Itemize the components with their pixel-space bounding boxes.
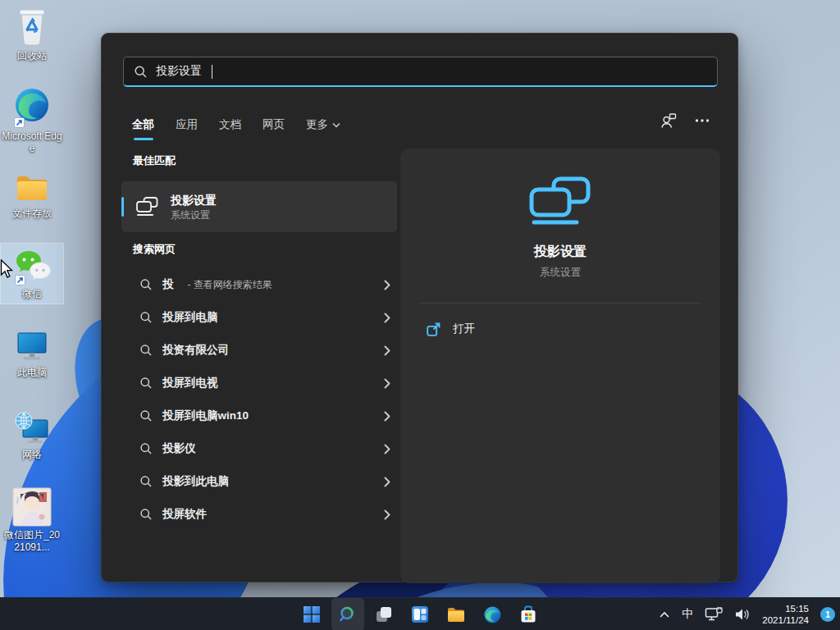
best-match-header: 最佳匹配 bbox=[133, 153, 176, 168]
chevron-right-icon[interactable] bbox=[384, 444, 390, 454]
clock-date: 2021/11/24 bbox=[762, 614, 809, 626]
open-label: 打开 bbox=[453, 322, 475, 336]
image-thumbnail bbox=[12, 487, 52, 527]
best-match-subtitle: 系统设置 bbox=[171, 208, 217, 221]
web-suggestion-row[interactable]: 投屏到电脑win10 bbox=[121, 399, 400, 432]
web-search-header: 搜索网页 bbox=[133, 242, 176, 257]
search-icon bbox=[140, 279, 152, 290]
search-icon bbox=[135, 66, 147, 78]
search-flyout-panel: 投影设置 全部 应用 文档 网页 更多 bbox=[101, 33, 738, 582]
chevron-right-icon[interactable] bbox=[384, 313, 390, 323]
this-pc-icon bbox=[14, 328, 50, 364]
notification-count-badge[interactable]: 1 bbox=[820, 607, 835, 622]
suggestion-text: 投屏到电视 bbox=[162, 376, 218, 390]
preview-title: 投影设置 bbox=[400, 244, 720, 261]
taskbar-search-icon bbox=[339, 605, 357, 623]
task-view-icon bbox=[375, 605, 393, 623]
suggestion-text: 投资有限公司 bbox=[162, 343, 229, 358]
open-external-icon bbox=[427, 322, 441, 336]
web-suggestion-row[interactable]: 投影仪 bbox=[121, 432, 400, 465]
file-explorer-button[interactable] bbox=[440, 598, 472, 630]
widgets-icon bbox=[411, 605, 429, 623]
chevron-right-icon[interactable] bbox=[384, 280, 390, 290]
search-icon bbox=[140, 509, 152, 520]
show-hidden-icons-chevron[interactable] bbox=[659, 610, 670, 619]
suggestion-text: 投 bbox=[162, 277, 174, 292]
clock[interactable]: 15:15 2021/11/24 bbox=[762, 603, 809, 626]
desktop-icon-label: 此电脑 bbox=[2, 367, 62, 379]
desktop-icon-image-file[interactable]: 微信图片_2021091... bbox=[1, 487, 63, 554]
tab-label: 更多 bbox=[306, 117, 328, 132]
search-query-text: 投影设置 bbox=[156, 64, 202, 79]
widgets-button[interactable] bbox=[404, 598, 436, 630]
suggestion-text: 投影仪 bbox=[162, 441, 196, 456]
search-icon bbox=[140, 410, 152, 422]
desktop-icon-recycle-bin[interactable]: 回收站 bbox=[1, 7, 63, 62]
network-icon bbox=[13, 410, 51, 446]
recycle-bin-icon bbox=[14, 7, 50, 48]
search-icon bbox=[140, 443, 152, 454]
desktop-icon-edge[interactable]: Microsoft Edge bbox=[1, 87, 63, 155]
projection-settings-icon bbox=[136, 197, 158, 217]
clock-time: 15:15 bbox=[762, 603, 809, 614]
tab-documents[interactable]: 文档 bbox=[219, 109, 241, 140]
edge-icon bbox=[483, 605, 502, 624]
tab-more[interactable]: 更多 bbox=[306, 109, 340, 140]
best-match-result[interactable]: 投影设置 系统设置 bbox=[121, 181, 397, 232]
tab-web[interactable]: 网页 bbox=[262, 109, 285, 140]
open-action[interactable]: 打开 bbox=[410, 311, 710, 347]
preview-subtitle: 系统设置 bbox=[400, 266, 720, 280]
desktop-background: 回收站 Microsoft Edge bbox=[0, 0, 840, 630]
desktop-icon-this-pc[interactable]: 此电脑 bbox=[1, 328, 63, 379]
more-options-icon[interactable] bbox=[695, 118, 710, 123]
divider bbox=[420, 303, 701, 304]
chevron-right-icon[interactable] bbox=[384, 477, 390, 487]
folder-icon bbox=[14, 169, 50, 205]
tab-label: 全部 bbox=[132, 117, 154, 132]
store-button[interactable] bbox=[512, 598, 545, 630]
network-ethernet-icon[interactable] bbox=[705, 607, 723, 622]
tab-all[interactable]: 全部 bbox=[132, 109, 154, 140]
chevron-right-icon[interactable] bbox=[384, 509, 390, 520]
web-suggestion-row[interactable]: 投- 查看网络搜索结果 bbox=[121, 268, 400, 301]
file-explorer-icon bbox=[446, 605, 466, 623]
search-icon bbox=[140, 476, 152, 487]
start-button[interactable] bbox=[295, 598, 328, 630]
projection-settings-large-icon bbox=[529, 176, 591, 226]
user-feedback-icon[interactable] bbox=[660, 112, 677, 129]
active-tab-indicator bbox=[134, 138, 153, 140]
web-suggestion-row[interactable]: 投屏到电脑 bbox=[121, 301, 400, 334]
suggestion-text: 投屏到电脑win10 bbox=[162, 409, 249, 423]
desktop-icon-label: 微信图片_2021091... bbox=[2, 529, 62, 554]
mouse-cursor bbox=[0, 259, 15, 279]
tab-label: 网页 bbox=[262, 117, 285, 132]
edge-button[interactable] bbox=[476, 598, 509, 630]
desktop-icon-network[interactable]: 网络 bbox=[1, 410, 63, 461]
best-match-title: 投影设置 bbox=[171, 193, 217, 208]
search-input[interactable]: 投影设置 bbox=[123, 57, 718, 87]
task-view-button[interactable] bbox=[368, 598, 400, 630]
web-suggestion-row[interactable]: 投屏软件 bbox=[121, 498, 400, 531]
chevron-right-icon[interactable] bbox=[384, 411, 390, 422]
suggestion-text: 投影到此电脑 bbox=[162, 474, 229, 489]
taskbar-search-button[interactable] bbox=[331, 598, 364, 630]
web-suggestion-row[interactable]: 投屏到电视 bbox=[121, 367, 400, 399]
result-preview-card: 投影设置 系统设置 打开 bbox=[400, 148, 720, 583]
desktop-icon-label: 文件存放 bbox=[2, 208, 62, 220]
suggestion-suffix: - 查看网络搜索结果 bbox=[188, 278, 272, 292]
desktop-icon-folder[interactable]: 文件存放 bbox=[1, 169, 63, 220]
suggestion-text: 投屏软件 bbox=[162, 507, 207, 522]
volume-icon[interactable] bbox=[734, 608, 751, 621]
ime-indicator[interactable]: 中 bbox=[682, 607, 693, 622]
tab-label: 文档 bbox=[219, 117, 241, 132]
shortcut-arrow-icon bbox=[14, 117, 25, 128]
web-suggestion-row[interactable]: 投资有限公司 bbox=[121, 334, 400, 367]
selection-accent-bar bbox=[121, 197, 124, 217]
tab-apps[interactable]: 应用 bbox=[176, 109, 198, 140]
chevron-right-icon[interactable] bbox=[384, 345, 390, 356]
chevron-right-icon[interactable] bbox=[384, 378, 390, 389]
desktop-icon-label: Microsoft Edge bbox=[2, 130, 62, 155]
web-suggestion-row[interactable]: 投影到此电脑 bbox=[121, 465, 400, 498]
desktop-icon-label: 微信 bbox=[2, 288, 62, 300]
tab-label: 应用 bbox=[176, 117, 198, 132]
